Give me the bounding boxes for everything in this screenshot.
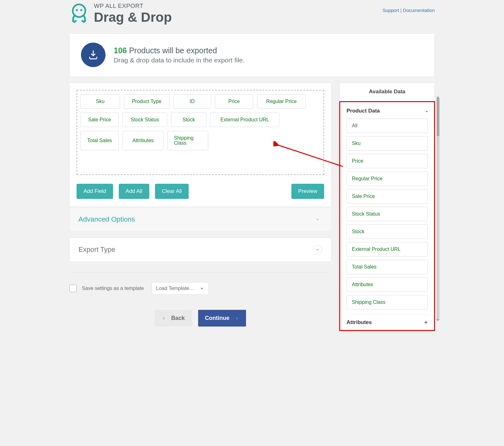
side-item-regular-price[interactable]: Regular Price bbox=[346, 171, 428, 186]
chevron-down-icon bbox=[200, 286, 204, 291]
scroll-down-icon bbox=[436, 319, 440, 321]
field-chip-regular-price[interactable]: Regular Price bbox=[257, 94, 306, 109]
sidebar-scrollbar[interactable] bbox=[437, 98, 439, 319]
field-chip-attributes[interactable]: Attributes bbox=[123, 131, 163, 150]
summary-panel: 106 Products will be exported Drag & dro… bbox=[69, 33, 435, 77]
side-item-sale-price[interactable]: Sale Price bbox=[346, 189, 428, 204]
export-type-label: Export Type bbox=[78, 246, 115, 254]
advanced-options-label: Advanced Options bbox=[78, 215, 135, 223]
svg-point-1 bbox=[76, 9, 78, 11]
editor-button-row: Add Field Add All Clear All Preview bbox=[77, 184, 324, 199]
scroll-up-icon bbox=[436, 96, 440, 98]
field-dropzone[interactable]: Sku Product Type ID Price Regular Price … bbox=[77, 90, 324, 175]
available-data-title: Available Data bbox=[340, 83, 434, 101]
field-chip-product-type[interactable]: Product Type bbox=[124, 94, 169, 109]
save-template-row: Save settings as a template Load Templat… bbox=[69, 272, 331, 295]
field-chip-stock-status[interactable]: Stock Status bbox=[123, 113, 167, 127]
add-field-button[interactable]: Add Field bbox=[77, 184, 113, 199]
chevron-down-icon bbox=[313, 215, 322, 224]
product-data-item-list: All Sku Price Regular Price Sale Price S… bbox=[345, 119, 429, 315]
clear-all-button[interactable]: Clear All bbox=[155, 184, 189, 199]
header-links: Support | Documentation bbox=[382, 8, 435, 13]
load-template-select-label: Load Template... bbox=[156, 286, 193, 291]
field-chip-total-sales[interactable]: Total Sales bbox=[80, 131, 119, 150]
chevron-down-icon bbox=[313, 245, 322, 254]
save-template-checkbox[interactable] bbox=[69, 285, 77, 292]
summary-subtitle: Drag & drop data to include in the expor… bbox=[114, 56, 245, 64]
chevron-right-icon bbox=[235, 316, 239, 321]
add-all-button[interactable]: Add All bbox=[119, 184, 149, 199]
side-item-total-sales[interactable]: Total Sales bbox=[346, 260, 428, 274]
download-icon bbox=[81, 43, 106, 67]
export-count: 106 bbox=[114, 46, 127, 55]
documentation-link[interactable]: Documentation bbox=[403, 8, 435, 13]
brand-logo-icon bbox=[69, 3, 89, 24]
side-item-shipping-class[interactable]: Shipping Class bbox=[346, 295, 428, 310]
export-type-section[interactable]: Export Type bbox=[69, 238, 331, 262]
load-template-select[interactable]: Load Template... bbox=[152, 282, 209, 295]
save-template-label: Save settings as a template bbox=[82, 286, 144, 291]
field-chip-sku[interactable]: Sku bbox=[80, 94, 120, 109]
available-data-panel: Available Data Product Data - All Sku Pr… bbox=[340, 83, 435, 331]
side-item-sku[interactable]: Sku bbox=[346, 136, 428, 151]
back-button[interactable]: Back bbox=[155, 310, 192, 327]
logo-area: WP ALL EXPORT Drag & Drop bbox=[69, 3, 172, 25]
attributes-group-title: Attributes bbox=[346, 319, 372, 326]
page-header: WP ALL EXPORT Drag & Drop Support | Docu… bbox=[67, 0, 437, 33]
side-item-stock[interactable]: Stock bbox=[346, 224, 428, 239]
attributes-group-header[interactable]: Attributes + bbox=[345, 315, 429, 330]
advanced-options-section[interactable]: Advanced Options bbox=[69, 207, 331, 231]
editor-panel: Sku Product Type ID Price Regular Price … bbox=[69, 83, 331, 207]
side-item-stock-status[interactable]: Stock Status bbox=[346, 207, 428, 221]
side-item-price[interactable]: Price bbox=[346, 154, 428, 168]
preview-button[interactable]: Preview bbox=[291, 184, 324, 199]
field-chip-sale-price[interactable]: Sale Price bbox=[80, 113, 119, 127]
field-chip-stock[interactable]: Stock bbox=[171, 113, 206, 127]
expand-icon: + bbox=[424, 319, 428, 326]
side-item-attributes[interactable]: Attributes bbox=[346, 277, 428, 292]
scrollbar-handle[interactable] bbox=[437, 98, 439, 136]
brand-title: Drag & Drop bbox=[94, 10, 172, 25]
summary-title: 106 Products will be exported bbox=[114, 46, 245, 55]
nav-row: Back Continue bbox=[69, 310, 331, 336]
brand-subtitle: WP ALL EXPORT bbox=[94, 3, 172, 9]
field-chip-id[interactable]: ID bbox=[173, 94, 211, 109]
field-chip-price[interactable]: Price bbox=[215, 94, 253, 109]
field-chip-shipping-class[interactable]: Shipping Class bbox=[167, 131, 208, 150]
field-chip-external-product-url[interactable]: External Product URL bbox=[210, 113, 279, 127]
chevron-left-icon bbox=[162, 316, 166, 321]
continue-button[interactable]: Continue bbox=[198, 310, 246, 327]
product-data-group-title: Product Data bbox=[346, 108, 380, 114]
annotation-highlight-box: Product Data - All Sku Price Regular Pri… bbox=[339, 101, 435, 331]
side-item-external-product-url[interactable]: External Product URL bbox=[346, 242, 428, 257]
side-item-all[interactable]: All bbox=[346, 119, 428, 133]
collapse-icon: - bbox=[426, 108, 428, 114]
svg-point-2 bbox=[80, 9, 82, 11]
support-link[interactable]: Support bbox=[382, 8, 399, 13]
product-data-group-header[interactable]: Product Data - bbox=[345, 106, 429, 119]
